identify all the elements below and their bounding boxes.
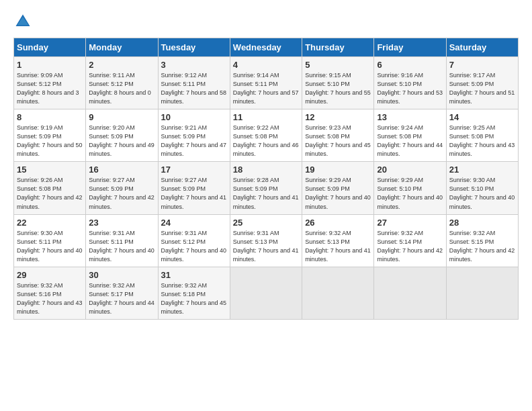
col-header-wednesday: Wednesday <box>230 38 302 57</box>
col-header-saturday: Saturday <box>446 38 518 57</box>
day-cell: 23 Sunrise: 9:31 AMSunset: 5:11 PMDaylig… <box>86 214 158 267</box>
col-header-monday: Monday <box>86 38 158 57</box>
day-cell: 11 Sunrise: 9:22 AMSunset: 5:08 PMDaylig… <box>230 109 302 162</box>
day-info: Sunrise: 9:12 AMSunset: 5:11 PMDaylight:… <box>161 71 227 106</box>
day-info: Sunrise: 9:09 AMSunset: 5:12 PMDaylight:… <box>17 71 83 106</box>
day-number: 11 <box>233 112 299 122</box>
day-number: 13 <box>377 112 443 122</box>
day-number: 27 <box>377 218 443 228</box>
day-cell: 29 Sunrise: 9:32 AMSunset: 5:16 PMDaylig… <box>14 267 86 319</box>
day-info: Sunrise: 9:31 AMSunset: 5:11 PMDaylight:… <box>89 229 154 264</box>
day-cell: 21 Sunrise: 9:30 AMSunset: 5:10 PMDaylig… <box>446 162 518 214</box>
day-number: 20 <box>377 165 443 175</box>
logo <box>13 12 35 31</box>
day-info: Sunrise: 9:29 AMSunset: 5:10 PMDaylight:… <box>377 176 443 211</box>
header <box>13 12 519 31</box>
day-number: 23 <box>89 218 154 228</box>
day-cell <box>446 267 518 319</box>
day-number: 3 <box>161 60 227 70</box>
day-info: Sunrise: 9:28 AMSunset: 5:09 PMDaylight:… <box>233 176 299 211</box>
day-info: Sunrise: 9:30 AMSunset: 5:11 PMDaylight:… <box>17 229 83 264</box>
day-number: 9 <box>89 112 154 122</box>
day-cell: 10 Sunrise: 9:21 AMSunset: 5:09 PMDaylig… <box>158 109 230 162</box>
day-info: Sunrise: 9:11 AMSunset: 5:12 PMDaylight:… <box>89 71 154 106</box>
day-cell: 22 Sunrise: 9:30 AMSunset: 5:11 PMDaylig… <box>14 214 86 267</box>
day-cell: 1 Sunrise: 9:09 AMSunset: 5:12 PMDayligh… <box>14 57 86 109</box>
day-cell: 3 Sunrise: 9:12 AMSunset: 5:11 PMDayligh… <box>158 57 230 109</box>
day-info: Sunrise: 9:15 AMSunset: 5:10 PMDaylight:… <box>305 71 371 106</box>
day-info: Sunrise: 9:27 AMSunset: 5:09 PMDaylight:… <box>161 176 227 211</box>
day-number: 29 <box>17 270 83 280</box>
day-info: Sunrise: 9:25 AMSunset: 5:08 PMDaylight:… <box>449 124 515 158</box>
logo-icon <box>13 12 32 31</box>
day-info: Sunrise: 9:30 AMSunset: 5:10 PMDaylight:… <box>449 176 515 211</box>
day-cell: 24 Sunrise: 9:31 AMSunset: 5:12 PMDaylig… <box>158 214 230 267</box>
day-cell: 28 Sunrise: 9:32 AMSunset: 5:15 PMDaylig… <box>446 214 518 267</box>
day-number: 12 <box>305 112 371 122</box>
day-info: Sunrise: 9:23 AMSunset: 5:08 PMDaylight:… <box>305 124 371 158</box>
day-number: 16 <box>89 165 154 175</box>
day-info: Sunrise: 9:24 AMSunset: 5:08 PMDaylight:… <box>377 124 443 158</box>
day-info: Sunrise: 9:32 AMSunset: 5:15 PMDaylight:… <box>449 229 515 264</box>
day-info: Sunrise: 9:22 AMSunset: 5:08 PMDaylight:… <box>233 124 299 158</box>
day-info: Sunrise: 9:21 AMSunset: 5:09 PMDaylight:… <box>161 124 227 158</box>
day-cell: 5 Sunrise: 9:15 AMSunset: 5:10 PMDayligh… <box>302 57 374 109</box>
day-cell: 7 Sunrise: 9:17 AMSunset: 5:09 PMDayligh… <box>446 57 518 109</box>
day-cell: 15 Sunrise: 9:26 AMSunset: 5:08 PMDaylig… <box>14 162 86 214</box>
day-number: 28 <box>449 218 515 228</box>
day-cell: 30 Sunrise: 9:32 AMSunset: 5:17 PMDaylig… <box>86 267 158 319</box>
day-cell <box>302 267 374 319</box>
day-number: 15 <box>17 165 83 175</box>
day-number: 1 <box>17 60 83 70</box>
day-number: 8 <box>17 112 83 122</box>
day-info: Sunrise: 9:19 AMSunset: 5:09 PMDaylight:… <box>17 124 83 158</box>
day-number: 19 <box>305 165 371 175</box>
day-info: Sunrise: 9:26 AMSunset: 5:08 PMDaylight:… <box>17 176 83 211</box>
day-cell: 31 Sunrise: 9:32 AMSunset: 5:18 PMDaylig… <box>158 267 230 319</box>
col-header-friday: Friday <box>374 38 446 57</box>
week-row-3: 15 Sunrise: 9:26 AMSunset: 5:08 PMDaylig… <box>14 162 519 214</box>
day-number: 6 <box>377 60 443 70</box>
day-cell <box>230 267 302 319</box>
day-cell: 17 Sunrise: 9:27 AMSunset: 5:09 PMDaylig… <box>158 162 230 214</box>
calendar-table: SundayMondayTuesdayWednesdayThursdayFrid… <box>13 38 519 320</box>
day-number: 7 <box>449 60 515 70</box>
day-info: Sunrise: 9:14 AMSunset: 5:11 PMDaylight:… <box>233 71 299 106</box>
page: SundayMondayTuesdayWednesdayThursdayFrid… <box>0 0 532 326</box>
day-cell: 27 Sunrise: 9:32 AMSunset: 5:14 PMDaylig… <box>374 214 446 267</box>
week-row-5: 29 Sunrise: 9:32 AMSunset: 5:16 PMDaylig… <box>14 267 519 319</box>
week-row-2: 8 Sunrise: 9:19 AMSunset: 5:09 PMDayligh… <box>14 109 519 162</box>
day-info: Sunrise: 9:32 AMSunset: 5:16 PMDaylight:… <box>17 281 83 316</box>
day-number: 14 <box>449 112 515 122</box>
day-cell: 2 Sunrise: 9:11 AMSunset: 5:12 PMDayligh… <box>86 57 158 109</box>
day-cell: 25 Sunrise: 9:31 AMSunset: 5:13 PMDaylig… <box>230 214 302 267</box>
day-number: 31 <box>161 270 227 280</box>
day-number: 22 <box>17 218 83 228</box>
day-info: Sunrise: 9:31 AMSunset: 5:12 PMDaylight:… <box>161 229 227 264</box>
day-cell: 18 Sunrise: 9:28 AMSunset: 5:09 PMDaylig… <box>230 162 302 214</box>
day-cell: 26 Sunrise: 9:32 AMSunset: 5:13 PMDaylig… <box>302 214 374 267</box>
day-info: Sunrise: 9:27 AMSunset: 5:09 PMDaylight:… <box>89 176 154 211</box>
day-info: Sunrise: 9:32 AMSunset: 5:18 PMDaylight:… <box>161 281 227 316</box>
day-number: 5 <box>305 60 371 70</box>
day-info: Sunrise: 9:17 AMSunset: 5:09 PMDaylight:… <box>449 71 515 106</box>
day-info: Sunrise: 9:20 AMSunset: 5:09 PMDaylight:… <box>89 124 154 158</box>
day-number: 25 <box>233 218 299 228</box>
day-info: Sunrise: 9:32 AMSunset: 5:13 PMDaylight:… <box>305 229 371 264</box>
day-cell: 13 Sunrise: 9:24 AMSunset: 5:08 PMDaylig… <box>374 109 446 162</box>
col-header-thursday: Thursday <box>302 38 374 57</box>
day-number: 24 <box>161 218 227 228</box>
day-cell <box>374 267 446 319</box>
day-cell: 20 Sunrise: 9:29 AMSunset: 5:10 PMDaylig… <box>374 162 446 214</box>
day-cell: 9 Sunrise: 9:20 AMSunset: 5:09 PMDayligh… <box>86 109 158 162</box>
day-number: 17 <box>161 165 227 175</box>
day-info: Sunrise: 9:31 AMSunset: 5:13 PMDaylight:… <box>233 229 299 264</box>
day-cell: 4 Sunrise: 9:14 AMSunset: 5:11 PMDayligh… <box>230 57 302 109</box>
day-info: Sunrise: 9:16 AMSunset: 5:10 PMDaylight:… <box>377 71 443 106</box>
day-info: Sunrise: 9:32 AMSunset: 5:17 PMDaylight:… <box>89 281 154 316</box>
day-info: Sunrise: 9:29 AMSunset: 5:09 PMDaylight:… <box>305 176 371 211</box>
day-cell: 8 Sunrise: 9:19 AMSunset: 5:09 PMDayligh… <box>14 109 86 162</box>
col-header-sunday: Sunday <box>14 38 86 57</box>
day-number: 21 <box>449 165 515 175</box>
day-cell: 12 Sunrise: 9:23 AMSunset: 5:08 PMDaylig… <box>302 109 374 162</box>
